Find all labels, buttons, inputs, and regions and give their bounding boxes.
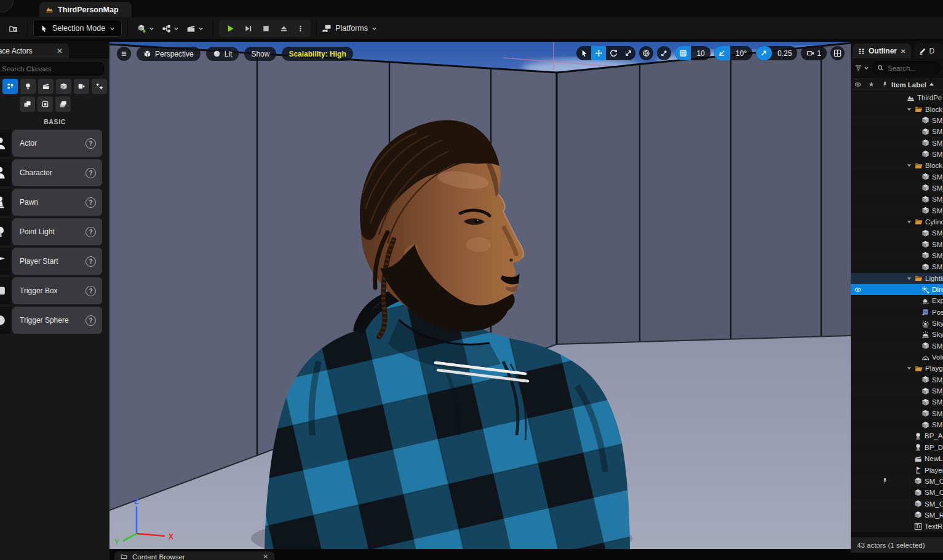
grid-snap-value[interactable]: 10 (691, 49, 710, 58)
outliner-row-sm-c-34[interactable]: SM_C (851, 476, 943, 487)
outliner-row-bp-ac-30[interactable]: BP_Ac (851, 430, 943, 441)
outliner-row-lightin-16[interactable]: Lightin (851, 273, 943, 284)
outliner-item[interactable]: Volu (891, 353, 943, 361)
angle-snap-value[interactable]: 10° (730, 49, 752, 58)
pin-cell[interactable] (878, 478, 891, 484)
category-gameplay-button[interactable] (74, 79, 89, 94)
quad-view-button[interactable] (830, 46, 845, 60)
category-cinematic-button[interactable] (38, 79, 54, 94)
expander-arrow-icon[interactable] (906, 219, 912, 225)
visibility-cell[interactable] (851, 286, 864, 293)
outliner-row-block-1[interactable]: Block (851, 103, 943, 114)
outliner-row-sky-20[interactable]: Sky (851, 318, 943, 329)
angle-snap-icon[interactable] (714, 46, 730, 60)
play-options-button[interactable] (293, 22, 308, 35)
outliner-row-block-6[interactable]: Block (851, 160, 943, 171)
outliner-item[interactable]: SM_ (891, 128, 943, 136)
outliner-row-sm--13[interactable]: SM_ (851, 239, 943, 250)
outliner-item[interactable]: SM_ (891, 207, 943, 215)
expander-arrow-icon[interactable] (906, 275, 912, 282)
cinematics-button[interactable] (183, 21, 207, 36)
outliner-row-sm--3[interactable]: SM_ (851, 126, 943, 137)
favorite-column-header[interactable] (864, 81, 878, 88)
outliner-item[interactable]: SM_C (891, 500, 943, 508)
outliner-row-sm--2[interactable]: SM_ (851, 115, 943, 126)
outliner-row-sky-21[interactable]: Sky (851, 329, 943, 340)
outliner-row-sm--28[interactable]: SM_ (851, 408, 943, 419)
outliner-item[interactable]: Block (891, 105, 943, 113)
outliner-row-player-33[interactable]: Player (851, 464, 943, 475)
outliner-item[interactable]: SM_ (891, 184, 943, 192)
outliner-row-sm--15[interactable]: SM_ (851, 261, 943, 272)
outliner-search-input[interactable] (886, 64, 936, 73)
expander-arrow-icon[interactable] (906, 106, 912, 112)
category-all-classes-button[interactable] (55, 97, 71, 112)
quick-add-button[interactable] (133, 21, 158, 36)
scale-tool-button[interactable] (621, 46, 635, 60)
outliner-item[interactable]: NewL (891, 455, 943, 463)
viewport-options-button[interactable] (117, 47, 131, 61)
camera-speed-control[interactable]: 1 (801, 46, 827, 60)
category-basic-button[interactable] (2, 79, 18, 94)
place-actor-button-player-start[interactable]: Player Start? (12, 248, 102, 275)
outliner-item[interactable]: SM_ (891, 229, 943, 237)
help-icon[interactable]: ? (86, 168, 96, 178)
place-actor-button-actor[interactable]: Actor? (12, 130, 102, 157)
perspective-dropdown[interactable]: Perspective (137, 47, 201, 61)
outliner-item[interactable]: Exp (891, 297, 943, 305)
category-lights-button[interactable] (20, 79, 36, 94)
place-actor-point-light[interactable]: Point Light? (0, 218, 102, 245)
show-dropdown[interactable]: Show (244, 47, 276, 61)
outliner-item[interactable]: Pos (891, 308, 943, 316)
viewport[interactable]: Z X Y Perspective (109, 42, 851, 549)
tab-thirdpersonmap[interactable]: ThirdPersonMap (39, 2, 132, 17)
category-shapes-button[interactable] (20, 97, 35, 112)
place-actor-actor[interactable]: Actor? (0, 130, 102, 157)
outliner-item[interactable]: SM_C (891, 489, 943, 497)
place-actor-pawn[interactable]: Pawn? (0, 189, 102, 216)
outliner-item[interactable]: SM_ (891, 263, 943, 271)
scale-snap-control[interactable]: 0.25 (756, 46, 797, 60)
outliner-row-playgr-24[interactable]: Playgr (851, 363, 943, 374)
outliner-item[interactable]: SM_ (891, 251, 943, 259)
outliner-row-sm--10[interactable]: SM_ (851, 205, 943, 216)
outliner-item[interactable]: SM_ (891, 342, 943, 350)
place-actor-button-trigger-sphere[interactable]: Trigger Sphere? (12, 307, 102, 334)
outliner-row-sm-c-36[interactable]: SM_C (851, 498, 943, 509)
outliner-row-sm-r-37[interactable]: SM_R (851, 510, 943, 521)
outliner-search-box[interactable] (872, 61, 941, 74)
rotate-tool-button[interactable] (606, 46, 621, 60)
blueprints-button[interactable] (158, 21, 183, 36)
outliner-row-pos-19[interactable]: Pos (851, 307, 943, 318)
outliner-item[interactable]: Block (891, 162, 943, 170)
selection-mode-dropdown[interactable]: Selection Mode (33, 20, 122, 37)
move-tool-button[interactable] (591, 46, 606, 60)
stop-button[interactable] (257, 21, 275, 36)
place-actor-character[interactable]: Character? (0, 159, 102, 186)
item-label-column-header[interactable]: Item Label (891, 81, 934, 89)
place-actor-button-pawn[interactable]: Pawn? (12, 189, 102, 216)
outliner-item[interactable]: SM_ (891, 409, 943, 417)
surface-snapping-button[interactable] (657, 46, 671, 60)
outliner-item[interactable]: SM_ (891, 173, 943, 181)
help-icon[interactable]: ? (86, 256, 96, 267)
place-actor-button-trigger-box[interactable]: Trigger Box? (12, 277, 102, 304)
scalability-button[interactable]: Scalability: High (282, 47, 352, 61)
outliner-row-bp-da-31[interactable]: BP_Da (851, 442, 943, 453)
outliner-row-sm--25[interactable]: SM_ (851, 374, 943, 385)
outliner-item[interactable]: SM_ (891, 421, 943, 429)
outliner-item[interactable]: SM_ (891, 116, 943, 124)
frame-skip-button[interactable] (239, 21, 257, 36)
content-browser-tab[interactable]: Content Browser ✕ (114, 551, 274, 560)
outliner-item[interactable]: Playgr (891, 365, 943, 373)
outliner-item[interactable]: ThirdPe (891, 94, 943, 102)
scale-snap-icon[interactable] (756, 46, 772, 60)
help-icon[interactable]: ? (86, 315, 96, 326)
rotation-snap-control[interactable]: 10° (714, 46, 752, 60)
outliner-row-sm--4[interactable]: SM_ (851, 137, 943, 148)
place-actor-button-point-light[interactable]: Point Light? (12, 218, 102, 245)
outliner-item[interactable]: Dire (891, 286, 943, 294)
play-button[interactable] (221, 21, 239, 36)
scale-snap-value[interactable]: 0.25 (772, 49, 797, 58)
expander-arrow-icon[interactable] (906, 162, 912, 168)
